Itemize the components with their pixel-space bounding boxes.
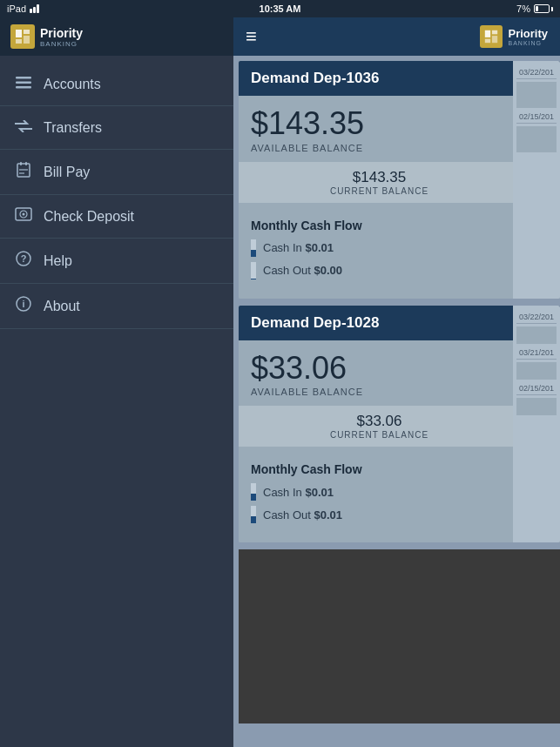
cashout-bar-1028 bbox=[251, 516, 256, 523]
cashin-row-1028: Cash In $0.01 bbox=[251, 483, 508, 501]
transactions-strip-1028: 03/22/201 03/21/201 02/15/201 bbox=[513, 306, 560, 543]
svg-point-14 bbox=[23, 213, 25, 216]
status-right: 7% bbox=[516, 3, 553, 14]
main-content: ≡ Priority BANKING bbox=[233, 17, 560, 747]
available-balance-amount-1028: $33.06 bbox=[251, 351, 508, 386]
current-balance-box-1028: $33.06 CURRENT BALANCE bbox=[239, 406, 520, 447]
cashin-text-1036: Cash In $0.01 bbox=[263, 241, 334, 254]
account-body-1028: $33.06 AVAILABLE BALANCE $33.06 CURRENT … bbox=[239, 340, 560, 543]
checkdeposit-label: Check Deposit bbox=[44, 209, 134, 225]
battery-percent: 7% bbox=[516, 3, 530, 14]
svg-text:i: i bbox=[22, 299, 24, 309]
cashin-bar-container-1036 bbox=[251, 239, 256, 257]
accounts-icon bbox=[14, 75, 33, 93]
hamburger-button[interactable]: ≡ bbox=[246, 25, 257, 48]
carrier-label: iPad bbox=[7, 3, 26, 14]
top-logo-sub: BANKING bbox=[508, 40, 548, 46]
sidebar-logo-name: Priority bbox=[40, 26, 83, 40]
about-icon: i bbox=[14, 296, 33, 316]
current-balance-label-1028: CURRENT BALANCE bbox=[251, 430, 508, 440]
top-logo-icon bbox=[480, 25, 503, 48]
available-balance-label-1036: AVAILABLE BALANCE bbox=[251, 143, 508, 153]
cashout-bar-container-1036 bbox=[251, 262, 256, 279]
cashout-bar-container-1028 bbox=[251, 506, 256, 523]
billpay-label: Bill Pay bbox=[44, 165, 90, 180]
cashin-bar-container-1028 bbox=[251, 483, 256, 501]
top-logo-name: Priority bbox=[508, 27, 548, 40]
transaction-date-4: 03/21/201 bbox=[516, 347, 557, 360]
status-bar: iPad 10:35 AM 7% bbox=[0, 0, 560, 17]
accounts-label: Accounts bbox=[44, 77, 101, 92]
top-logo: Priority BANKING bbox=[480, 25, 548, 48]
help-label: Help bbox=[44, 253, 72, 269]
current-balance-amount-1036: $143.35 bbox=[251, 169, 508, 186]
current-balance-label-1036: CURRENT BALANCE bbox=[251, 186, 508, 196]
cashin-text-1028: Cash In $0.01 bbox=[263, 486, 334, 499]
wifi-icon bbox=[30, 4, 39, 13]
svg-rect-6 bbox=[16, 86, 31, 89]
svg-rect-22 bbox=[492, 36, 497, 43]
cashin-row-1036: Cash In $0.01 bbox=[251, 239, 508, 257]
sidebar: Priority BANKING Accounts bbox=[0, 17, 233, 747]
help-icon: ? bbox=[14, 251, 33, 271]
svg-rect-9 bbox=[25, 162, 27, 165]
current-balance-amount-1028: $33.06 bbox=[251, 413, 508, 430]
account-card-1036: Demand Dep-1036 $143.35 AVAILABLE BALANC… bbox=[239, 61, 560, 299]
billpay-icon bbox=[14, 162, 33, 182]
transfers-label: Transfers bbox=[44, 120, 102, 136]
app-container: Priority BANKING Accounts bbox=[0, 17, 560, 747]
transaction-date-3: 03/22/201 bbox=[516, 311, 557, 324]
cashin-bar-1036 bbox=[251, 250, 256, 257]
transfers-icon bbox=[14, 118, 33, 137]
sidebar-item-about[interactable]: i About bbox=[0, 284, 233, 329]
svg-rect-1 bbox=[24, 30, 30, 34]
cashin-bar-1028 bbox=[251, 494, 256, 501]
accounts-list[interactable]: Demand Dep-1036 $143.35 AVAILABLE BALANC… bbox=[233, 56, 560, 747]
sidebar-item-accounts[interactable]: Accounts bbox=[0, 63, 233, 106]
cashflow-title-1028: Monthly Cash Flow bbox=[251, 462, 508, 476]
sidebar-header: Priority BANKING bbox=[0, 17, 233, 56]
cashflow-section-1028: Monthly Cash Flow Cash In $0.01 bbox=[251, 455, 508, 532]
account-title-1036: Demand Dep-1036 bbox=[251, 70, 379, 86]
sidebar-item-help[interactable]: ? Help bbox=[0, 239, 233, 284]
cashflow-title-1036: Monthly Cash Flow bbox=[251, 219, 508, 232]
current-balance-box-1036: $143.35 CURRENT BALANCE bbox=[239, 162, 520, 203]
sidebar-logo-sub: BANKING bbox=[40, 40, 83, 48]
sidebar-item-billpay[interactable]: Bill Pay bbox=[0, 150, 233, 195]
transaction-date-2: 02/15/201 bbox=[516, 111, 557, 124]
svg-rect-4 bbox=[16, 77, 31, 79]
svg-rect-21 bbox=[485, 39, 490, 44]
account-body-1036: $143.35 AVAILABLE BALANCE $143.35 CURREN… bbox=[239, 96, 560, 299]
account-title-1028: Demand Dep-1028 bbox=[251, 314, 379, 331]
svg-text:?: ? bbox=[21, 253, 27, 264]
svg-rect-2 bbox=[16, 39, 22, 44]
svg-rect-8 bbox=[20, 162, 22, 165]
sidebar-item-checkdeposit[interactable]: Check Deposit bbox=[0, 195, 233, 239]
cashflow-section-1036: Monthly Cash Flow Cash In $0.01 bbox=[251, 212, 508, 288]
transaction-date-5: 02/15/201 bbox=[516, 382, 557, 395]
svg-rect-5 bbox=[16, 82, 31, 84]
logo-icon bbox=[10, 24, 35, 49]
sidebar-logo: Priority BANKING bbox=[10, 24, 83, 49]
top-bar: ≡ Priority BANKING bbox=[233, 17, 560, 56]
status-left: iPad bbox=[7, 3, 39, 14]
available-balance-label-1028: AVAILABLE BALANCE bbox=[251, 387, 508, 397]
time-label: 10:35 AM bbox=[260, 3, 301, 14]
transactions-strip-1036: 03/22/201 02/15/201 bbox=[513, 61, 560, 299]
cashout-row-1036: Cash Out $0.00 bbox=[251, 262, 508, 279]
svg-rect-20 bbox=[492, 30, 497, 35]
account-header-1028: Demand Dep-1028 bbox=[239, 306, 560, 340]
svg-rect-0 bbox=[16, 30, 22, 37]
available-balance-amount-1036: $143.35 bbox=[251, 106, 508, 141]
cashout-row-1028: Cash Out $0.01 bbox=[251, 506, 508, 523]
svg-rect-3 bbox=[24, 36, 30, 44]
account-card-1028: Demand Dep-1028 $33.06 AVAILABLE BALANCE… bbox=[239, 306, 560, 543]
sidebar-item-transfers[interactable]: Transfers bbox=[0, 106, 233, 150]
cashout-bar-1036 bbox=[251, 279, 256, 279]
svg-rect-19 bbox=[485, 30, 490, 37]
about-label: About bbox=[44, 299, 80, 314]
battery-icon bbox=[534, 4, 553, 13]
cashout-text-1028: Cash Out $0.01 bbox=[263, 508, 342, 522]
bottom-area bbox=[239, 549, 560, 723]
transaction-date-1: 03/22/201 bbox=[516, 66, 557, 79]
